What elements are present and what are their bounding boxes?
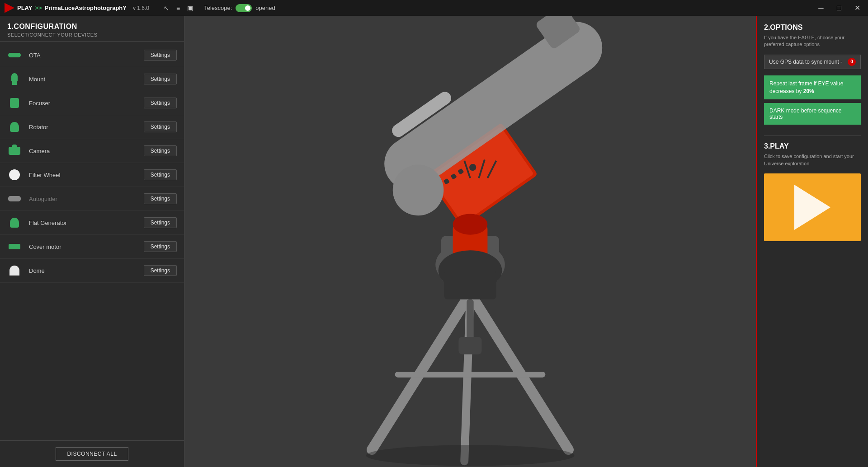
svg-rect-21 — [458, 337, 481, 354]
right-panel: 2.OPTIONS If you have the EAGLE, choose … — [756, 16, 868, 467]
repeat-frame-button[interactable]: Repeat last frame if EYE value decreases… — [764, 75, 861, 100]
disconnect-all-button[interactable]: DISCONNECT ALL — [56, 447, 128, 461]
focuser-icon — [7, 96, 22, 110]
app-name-suffix: >> — [35, 5, 42, 11]
device-item-covermotor: Cover motor Settings — [0, 235, 184, 259]
titlebar: PLAY >> PrimaLuceAstrophotographY v 1.6.… — [0, 0, 868, 16]
autoguider-icon — [7, 191, 22, 206]
gps-badge: 0 — [848, 58, 856, 66]
titlebar-tools: ↖ ≡ ▣ — [164, 5, 193, 12]
camera-settings-button[interactable]: Settings — [144, 145, 177, 156]
focuser-name: Focuser — [29, 100, 137, 107]
dark-mode-button[interactable]: DARK mode before sequence starts — [764, 103, 861, 125]
gps-dropdown[interactable]: Use GPS data to sync mount - 0 — [764, 55, 861, 69]
device-item-dome: Dome Settings — [0, 259, 184, 283]
device-item-camera: Camera Settings — [0, 139, 184, 163]
save-icon[interactable]: ▣ — [187, 5, 193, 12]
minimize-button[interactable]: ─ — [815, 2, 827, 14]
device-item-autoguider: Autoguider Settings — [0, 187, 184, 211]
svg-point-17 — [453, 214, 488, 235]
app-name: PLAY — [17, 5, 32, 11]
sidebar-title: 1.CONFIGURATION — [7, 23, 177, 31]
ota-name: OTA — [29, 52, 137, 59]
play-section-title: 3.PLAY — [764, 142, 861, 150]
covermotor-icon — [7, 239, 22, 254]
close-button[interactable]: ✕ — [851, 2, 863, 14]
camera-icon — [7, 144, 22, 158]
cursor-icon[interactable]: ↖ — [164, 5, 169, 12]
device-list: OTA Settings Mount Settings Focuser Sett… — [0, 42, 184, 440]
flatgenerator-name: Flat Generator — [29, 219, 137, 226]
telescope-svg — [184, 16, 756, 467]
flatgenerator-settings-button[interactable]: Settings — [144, 217, 177, 228]
covermotor-name: Cover motor — [29, 243, 137, 250]
app-logo: PLAY >> PrimaLuceAstrophotographY v 1.6.… — [5, 3, 149, 13]
panel-divider — [764, 135, 861, 136]
rotator-icon — [7, 120, 22, 134]
sidebar-footer: DISCONNECT ALL — [0, 440, 184, 467]
filterwheel-settings-button[interactable]: Settings — [144, 169, 177, 180]
autoguider-name: Autoguider — [29, 196, 137, 202]
ota-settings-button[interactable]: Settings — [144, 50, 177, 61]
play-arrow-icon — [794, 185, 830, 230]
device-item-mount: Mount Settings — [0, 67, 184, 91]
device-item-focuser: Focuser Settings — [0, 91, 184, 115]
mount-settings-button[interactable]: Settings — [144, 74, 177, 84]
covermotor-settings-button[interactable]: Settings — [144, 241, 177, 252]
dome-settings-button[interactable]: Settings — [144, 265, 177, 276]
gps-dropdown-label: Use GPS data to sync mount - — [769, 59, 842, 65]
filterwheel-icon — [7, 168, 22, 182]
dome-name: Dome — [29, 267, 137, 274]
device-item-ota: OTA Settings — [0, 43, 184, 67]
play-button[interactable] — [764, 173, 861, 241]
mount-name: Mount — [29, 76, 137, 83]
sidebar: 1.CONFIGURATION SELECT/CONNECT YOUR DEVI… — [0, 16, 184, 467]
dome-icon — [7, 263, 22, 278]
sidebar-subtitle: SELECT/CONNECT YOUR DEVICES — [7, 32, 177, 37]
rotator-settings-button[interactable]: Settings — [144, 121, 177, 132]
window-controls: ─ □ ✕ — [815, 2, 863, 14]
device-item-filterwheel: Filter Wheel Settings — [0, 163, 184, 187]
device-item-rotator: Rotator Settings — [0, 115, 184, 139]
autoguider-settings-button[interactable]: Settings — [144, 193, 177, 204]
main-content: 1.CONFIGURATION SELECT/CONNECT YOUR DEVI… — [0, 16, 868, 467]
ota-icon — [7, 48, 22, 62]
telescope-toggle[interactable] — [236, 4, 252, 12]
svg-point-25 — [366, 445, 575, 466]
telescope-status-area: Telescope: opened — [204, 4, 275, 12]
app-version: v 1.6.0 — [133, 5, 149, 11]
device-item-flatgenerator: Flat Generator Settings — [0, 211, 184, 235]
play-section-desc: Click to save configuration and start yo… — [764, 153, 861, 167]
focuser-settings-button[interactable]: Settings — [144, 98, 177, 108]
telescope-illustration-area — [184, 16, 756, 467]
svg-rect-19 — [444, 271, 496, 299]
options-section-desc: If you have the EAGLE, choose your prefe… — [764, 34, 861, 48]
app-full-name: PrimaLuceAstrophotographY — [45, 5, 127, 11]
camera-name: Camera — [29, 148, 137, 154]
flatgenerator-icon — [7, 215, 22, 230]
filterwheel-name: Filter Wheel — [29, 172, 137, 178]
telescope-status-text: opened — [255, 5, 275, 11]
mount-icon — [7, 72, 22, 86]
maximize-button[interactable]: □ — [833, 2, 845, 14]
play-logo-icon — [5, 3, 14, 13]
repeat-frame-label: Repeat last frame if EYE value decreases… — [769, 80, 843, 94]
sidebar-header: 1.CONFIGURATION SELECT/CONNECT YOUR DEVI… — [0, 16, 184, 42]
options-section-title: 2.OPTIONS — [764, 23, 861, 32]
telescope-label: Telescope: — [204, 5, 232, 11]
settings-icon[interactable]: ≡ — [176, 5, 180, 12]
rotator-name: Rotator — [29, 124, 137, 131]
